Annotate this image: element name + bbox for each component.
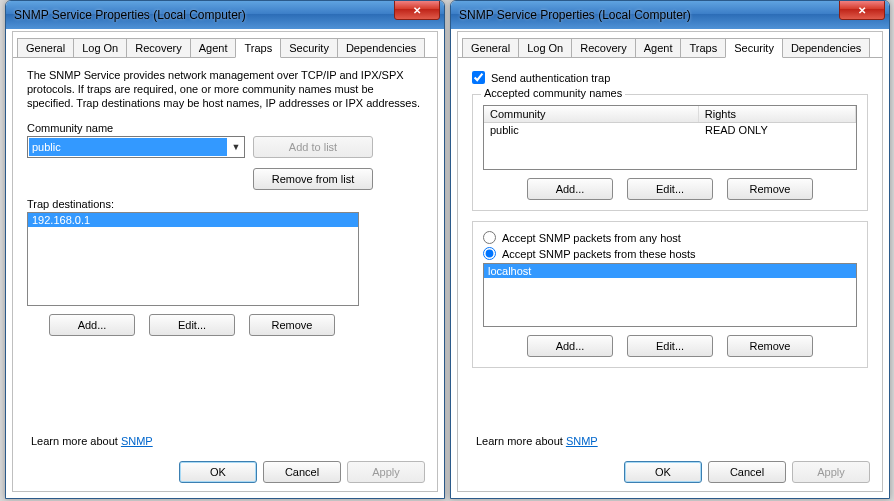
traps-description: The SNMP Service provides network manage… <box>27 68 423 110</box>
accepted-community-legend: Accepted community names <box>481 87 625 99</box>
accept-these-hosts-radio[interactable]: Accept SNMP packets from these hosts <box>483 247 857 260</box>
trap-add-button[interactable]: Add... <box>49 314 135 336</box>
accept-these-hosts-input[interactable] <box>483 247 496 260</box>
trap-destinations-label: Trap destinations: <box>27 198 423 210</box>
snmp-link[interactable]: SNMP <box>121 435 153 447</box>
close-icon: ✕ <box>413 5 421 16</box>
tab-general[interactable]: General <box>17 38 74 57</box>
tab-strip: General Log On Recovery Agent Traps Secu… <box>13 32 437 58</box>
chevron-down-icon: ▼ <box>228 142 244 152</box>
titlebar[interactable]: SNMP Service Properties (Local Computer)… <box>6 1 444 29</box>
snmp-properties-window-traps: SNMP Service Properties (Local Computer)… <box>5 0 445 499</box>
dialog-buttons: OK Cancel Apply <box>179 461 425 483</box>
tab-general[interactable]: General <box>462 38 519 57</box>
tab-recovery[interactable]: Recovery <box>571 38 635 57</box>
accept-any-host-label: Accept SNMP packets from any host <box>502 232 681 244</box>
cancel-button[interactable]: Cancel <box>708 461 786 483</box>
remove-from-list-button[interactable]: Remove from list <box>253 168 373 190</box>
col-rights[interactable]: Rights <box>699 106 856 122</box>
tab-agent[interactable]: Agent <box>190 38 237 57</box>
trap-edit-button[interactable]: Edit... <box>149 314 235 336</box>
cancel-button[interactable]: Cancel <box>263 461 341 483</box>
send-auth-trap-checkbox[interactable]: Send authentication trap <box>472 71 868 84</box>
tab-body-security: Send authentication trap Accepted commun… <box>458 58 882 378</box>
table-row[interactable]: public READ ONLY <box>484 123 856 137</box>
tab-traps[interactable]: Traps <box>680 38 726 57</box>
client-area: General Log On Recovery Agent Traps Secu… <box>12 31 438 492</box>
apply-button[interactable]: Apply <box>347 461 425 483</box>
trap-remove-button[interactable]: Remove <box>249 314 335 336</box>
community-edit-button[interactable]: Edit... <box>627 178 713 200</box>
community-table-body: public READ ONLY <box>484 123 856 169</box>
community-name-value: public <box>29 138 227 156</box>
tab-agent[interactable]: Agent <box>635 38 682 57</box>
accepted-community-group: Accepted community names Community Right… <box>472 94 868 211</box>
community-table-header: Community Rights <box>484 106 856 123</box>
close-button[interactable]: ✕ <box>839 0 885 20</box>
add-to-list-button[interactable]: Add to list <box>253 136 373 158</box>
host-edit-button[interactable]: Edit... <box>627 335 713 357</box>
snmp-properties-window-security: SNMP Service Properties (Local Computer)… <box>450 0 890 499</box>
accept-hosts-group: Accept SNMP packets from any host Accept… <box>472 221 868 368</box>
community-remove-button[interactable]: Remove <box>727 178 813 200</box>
close-button[interactable]: ✕ <box>394 0 440 20</box>
tab-body-traps: The SNMP Service provides network manage… <box>13 58 437 346</box>
tab-traps[interactable]: Traps <box>235 38 281 58</box>
send-auth-trap-label: Send authentication trap <box>491 72 610 84</box>
tab-logon[interactable]: Log On <box>518 38 572 57</box>
ok-button[interactable]: OK <box>179 461 257 483</box>
cell-rights: READ ONLY <box>699 123 856 137</box>
trap-destinations-list[interactable]: 192.168.0.1 <box>27 212 359 306</box>
tab-strip: General Log On Recovery Agent Traps Secu… <box>458 32 882 58</box>
accept-any-host-radio[interactable]: Accept SNMP packets from any host <box>483 231 857 244</box>
ok-button[interactable]: OK <box>624 461 702 483</box>
tab-security[interactable]: Security <box>725 38 783 58</box>
community-name-label: Community name <box>27 122 423 134</box>
titlebar[interactable]: SNMP Service Properties (Local Computer)… <box>451 1 889 29</box>
community-table[interactable]: Community Rights public READ ONLY <box>483 105 857 170</box>
tab-security[interactable]: Security <box>280 38 338 57</box>
tab-recovery[interactable]: Recovery <box>126 38 190 57</box>
tab-dependencies[interactable]: Dependencies <box>337 38 425 57</box>
tab-logon[interactable]: Log On <box>73 38 127 57</box>
learn-more: Learn more about SNMP <box>476 435 598 447</box>
trap-destination-item[interactable]: 192.168.0.1 <box>28 213 358 227</box>
snmp-link[interactable]: SNMP <box>566 435 598 447</box>
community-add-button[interactable]: Add... <box>527 178 613 200</box>
accept-these-hosts-label: Accept SNMP packets from these hosts <box>502 248 696 260</box>
host-item[interactable]: localhost <box>484 264 856 278</box>
community-name-combo[interactable]: public ▼ <box>27 136 245 158</box>
learn-more: Learn more about SNMP <box>31 435 153 447</box>
col-community[interactable]: Community <box>484 106 699 122</box>
send-auth-trap-input[interactable] <box>472 71 485 84</box>
apply-button[interactable]: Apply <box>792 461 870 483</box>
cell-community: public <box>484 123 699 137</box>
window-title: SNMP Service Properties (Local Computer) <box>14 8 394 22</box>
hosts-list[interactable]: localhost <box>483 263 857 327</box>
host-remove-button[interactable]: Remove <box>727 335 813 357</box>
host-add-button[interactable]: Add... <box>527 335 613 357</box>
learn-more-prefix: Learn more about <box>31 435 121 447</box>
accept-any-host-input[interactable] <box>483 231 496 244</box>
client-area: General Log On Recovery Agent Traps Secu… <box>457 31 883 492</box>
close-icon: ✕ <box>858 5 866 16</box>
learn-more-prefix: Learn more about <box>476 435 566 447</box>
dialog-buttons: OK Cancel Apply <box>624 461 870 483</box>
window-title: SNMP Service Properties (Local Computer) <box>459 8 839 22</box>
tab-dependencies[interactable]: Dependencies <box>782 38 870 57</box>
